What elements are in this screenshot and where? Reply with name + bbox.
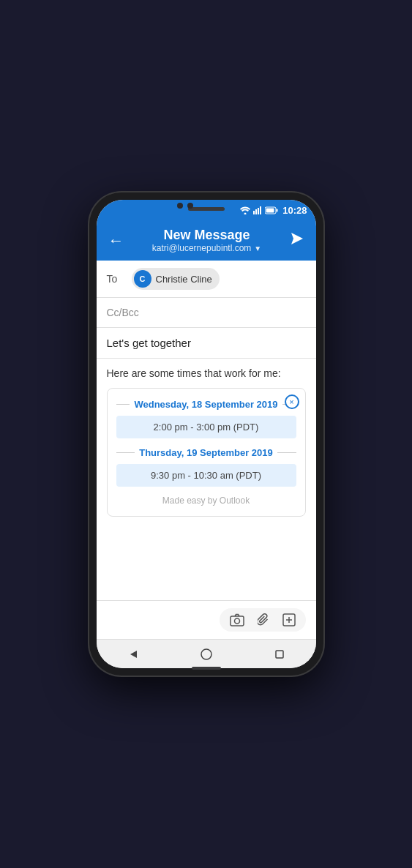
svg-rect-2 <box>255 209 257 214</box>
date-line-left-1 <box>116 404 130 405</box>
date-label-1: Wednesday, 18 September 2019 <box>134 399 277 410</box>
cc-label: Cc/Bcc <box>107 307 139 318</box>
date-label-2: Thursday, 19 September 2019 <box>139 447 273 458</box>
time-slot-2[interactable]: 9:30 pm - 10:30 am (PDT) <box>116 464 296 487</box>
signal-icon <box>253 206 262 214</box>
phone-home-indicator <box>192 667 221 670</box>
calendar-card: × Wednesday, 18 September 2019 2:00 pm -… <box>107 388 306 517</box>
card-close-button[interactable]: × <box>285 394 299 409</box>
date-line-left-2 <box>116 452 135 453</box>
nav-back-icon <box>128 649 138 659</box>
bottom-toolbar <box>97 600 316 639</box>
nav-home-button[interactable] <box>192 640 221 669</box>
toolbar-pill <box>220 608 306 632</box>
svg-rect-1 <box>253 211 255 214</box>
attach-button[interactable] <box>258 613 269 627</box>
to-field-row: To C Christie Cline <box>97 261 316 298</box>
app-subtitle: katri@lucernepubintl.com ▼ <box>127 243 287 253</box>
phone-camera-left <box>177 203 183 209</box>
time-slot-1[interactable]: 2:00 pm - 3:00 pm (PDT) <box>116 416 296 438</box>
phone-speaker <box>188 207 225 211</box>
nav-recents-icon <box>274 649 285 659</box>
nav-recents-button[interactable] <box>265 640 294 669</box>
svg-rect-7 <box>266 208 274 212</box>
date-heading-1: Wednesday, 18 September 2019 <box>116 399 296 410</box>
svg-point-14 <box>201 649 211 659</box>
attach-icon <box>258 613 269 627</box>
svg-point-0 <box>244 212 247 214</box>
svg-rect-6 <box>277 209 278 212</box>
to-label: To <box>107 273 124 285</box>
svg-point-9 <box>234 618 239 624</box>
camera-icon <box>230 613 244 626</box>
send-icon <box>290 232 304 245</box>
back-button[interactable]: ← <box>105 228 127 253</box>
camera-button[interactable] <box>230 613 244 626</box>
recipient-avatar: C <box>134 270 151 288</box>
recipient-name: Christie Cline <box>156 274 212 285</box>
svg-rect-8 <box>231 616 244 626</box>
status-icons <box>240 206 278 214</box>
app-title: New Message <box>127 228 287 243</box>
time-slot-1-text: 2:00 pm - 3:00 pm (PDT) <box>154 422 259 433</box>
dropdown-icon[interactable]: ▼ <box>254 244 261 252</box>
phone-screen: 10:28 ← New Message katri@lucernepubintl… <box>97 200 316 668</box>
body-area[interactable]: Here are some times that work for me: × … <box>97 359 316 600</box>
subject-row[interactable]: Let's get together <box>97 328 316 359</box>
date-heading-2: Thursday, 19 September 2019 <box>116 447 296 458</box>
body-intro: Here are some times that work for me: <box>107 367 306 379</box>
svg-rect-15 <box>276 651 283 658</box>
nav-back-button[interactable] <box>119 640 148 669</box>
nav-home-icon <box>201 648 212 660</box>
phone-camera-right <box>187 203 193 209</box>
battery-icon <box>265 206 278 214</box>
subject-text: Let's get together <box>107 337 191 349</box>
status-time: 10:28 <box>282 205 307 216</box>
nav-bar <box>97 639 316 668</box>
wifi-icon <box>240 206 250 214</box>
send-button[interactable] <box>287 229 307 252</box>
plus-square-icon <box>282 613 296 626</box>
sender-email: katri@lucernepubintl.com <box>152 243 252 253</box>
recipient-chip[interactable]: C Christie Cline <box>132 268 220 290</box>
made-easy-label: Made easy by Outlook <box>116 495 296 506</box>
svg-rect-3 <box>258 208 259 214</box>
time-slot-2-text: 9:30 pm - 10:30 am (PDT) <box>151 470 261 481</box>
compose-area: To C Christie Cline Cc/Bcc Let's get tog… <box>97 261 316 639</box>
app-bar-center: New Message katri@lucernepubintl.com ▼ <box>127 228 287 253</box>
app-bar: ← New Message katri@lucernepubintl.com ▼ <box>97 220 316 261</box>
cc-field-row[interactable]: Cc/Bcc <box>97 298 316 328</box>
svg-rect-4 <box>260 206 261 214</box>
svg-marker-13 <box>130 651 137 658</box>
more-button[interactable] <box>282 613 296 626</box>
date-line-right-2 <box>277 452 296 453</box>
phone-device: 10:28 ← New Message katri@lucernepubintl… <box>89 192 323 676</box>
